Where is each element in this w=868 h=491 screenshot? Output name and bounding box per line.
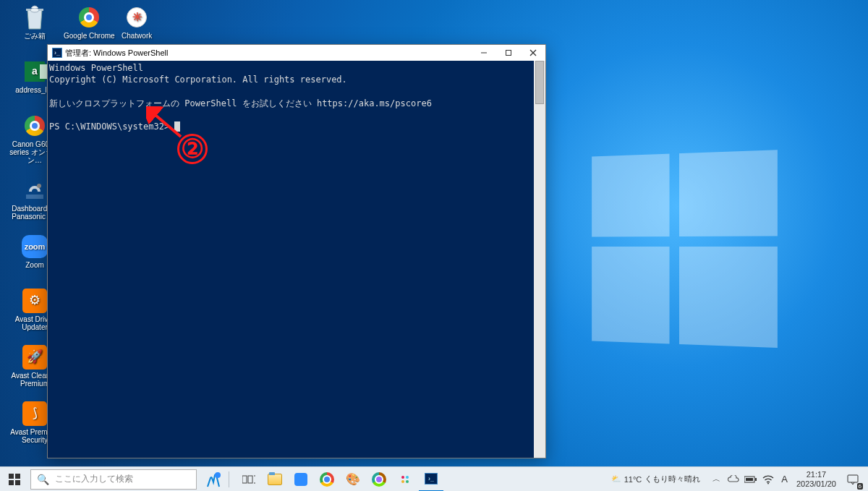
svg-point-0 <box>30 8 39 12</box>
taskbar-chrome[interactable] <box>315 467 339 492</box>
scrollbar-thumb[interactable] <box>535 61 544 104</box>
tray-wifi[interactable] <box>760 467 777 492</box>
svg-rect-25 <box>848 475 858 482</box>
tray-battery[interactable] <box>742 467 760 492</box>
desktop-icon-column-2: Google Chrome <box>64 3 115 44</box>
svg-rect-11 <box>15 480 20 485</box>
desktop-icon-recycle-bin[interactable]: ごみ箱 <box>6 3 64 44</box>
cortana-button[interactable] <box>201 467 226 492</box>
powershell-icon: ›_ <box>425 473 438 484</box>
annotation-number: ② <box>177 134 208 164</box>
svg-point-17 <box>401 476 404 479</box>
taskbar-separator <box>229 471 229 487</box>
clock[interactable]: 21:17 2023/01/20 <box>792 470 841 487</box>
weather-widget[interactable]: ⛅ 11°C くもり時々晴れ <box>604 467 708 491</box>
task-view-button[interactable] <box>237 467 261 492</box>
svg-rect-4 <box>506 51 511 56</box>
chrome-icon <box>320 472 334 487</box>
taskbar-slack[interactable] <box>393 467 417 492</box>
svg-rect-1 <box>26 195 43 199</box>
terminal-prompt: PS C:\WINDOWS\system32> <box>49 121 169 132</box>
window-titlebar[interactable]: ›_ 管理者: Windows PowerShell <box>48 45 545 61</box>
search-icon: 🔍 <box>37 474 49 485</box>
svg-point-2 <box>37 184 41 188</box>
excel-icon: a <box>22 59 48 85</box>
notification-count: 6 <box>857 483 863 490</box>
system-tray: ⛅ 11°C くもり時々晴れ ︿ A 21:17 2023/01/20 6 <box>604 467 868 491</box>
zoom-icon <box>294 473 307 486</box>
zoom-icon: zoom <box>22 234 48 260</box>
svg-rect-10 <box>9 480 14 485</box>
terminal-body[interactable]: Windows PowerShell Copyright (C) Microso… <box>48 61 534 458</box>
weather-text: くもり時々晴れ <box>644 474 700 484</box>
svg-point-18 <box>406 476 409 479</box>
terminal-line: 新しいクロスプラットフォームの PowerShell をお試しください http… <box>49 98 432 108</box>
terminal-line: Windows PowerShell <box>49 63 143 73</box>
maximize-button[interactable] <box>496 45 521 61</box>
chrome-canary-icon <box>372 472 386 487</box>
taskbar: 🔍 ここに入力して検索 🎨 ›_ ⛅ 11°C くもり時々晴れ ︿ <box>0 466 868 491</box>
taskbar-paint[interactable]: 🎨 <box>341 467 365 492</box>
avast-rocket-icon: 🚀 <box>22 344 48 370</box>
slack-icon <box>399 474 411 485</box>
search-placeholder: ここに入力して検索 <box>55 473 133 485</box>
taskbar-chrome-canary[interactable] <box>367 467 391 492</box>
powershell-icon: ›_ <box>52 48 62 58</box>
terminal-line: Copyright (C) Microsoft Corporation. All… <box>49 74 347 85</box>
powershell-window[interactable]: ›_ 管理者: Windows PowerShell Windows Power… <box>47 44 546 458</box>
svg-point-12 <box>215 472 221 478</box>
close-button[interactable] <box>521 45 545 61</box>
avast-gear-icon: ⚙ <box>22 288 48 314</box>
chatwork-icon: ✳ <box>124 4 150 30</box>
avast-shield-icon: ⟆ <box>22 401 48 427</box>
start-button[interactable] <box>0 467 29 492</box>
windows-logo-backdrop <box>592 150 775 344</box>
desktop-icon-label: ごみ箱 <box>24 32 46 40</box>
desktop-icon-chrome[interactable]: Google Chrome <box>64 3 115 44</box>
tray-overflow-button[interactable]: ︿ <box>707 467 725 492</box>
cortana-icon <box>203 469 224 490</box>
taskbar-explorer[interactable] <box>263 467 287 492</box>
task-icons-group: 🎨 ›_ <box>237 467 443 492</box>
svg-point-19 <box>401 480 404 483</box>
svg-rect-14 <box>248 476 252 483</box>
ime-indicator[interactable]: A <box>777 474 792 484</box>
clock-time: 21:17 <box>796 470 836 479</box>
search-input[interactable]: 🔍 ここに入力して検索 <box>30 469 197 490</box>
weather-icon: ⛅ <box>611 474 621 484</box>
trash-icon <box>22 4 48 30</box>
tray-onedrive[interactable] <box>725 467 742 492</box>
explorer-icon <box>268 474 282 485</box>
svg-point-20 <box>406 480 409 483</box>
svg-rect-13 <box>242 476 247 483</box>
desktop-icon-label: Google Chrome <box>64 32 115 40</box>
svg-point-24 <box>767 482 769 484</box>
scrollbar[interactable] <box>534 61 545 458</box>
desktop-icon-label: Zoom <box>25 261 44 269</box>
chrome-icon <box>76 4 102 30</box>
minimize-button[interactable] <box>472 45 496 61</box>
weather-temp: 11°C <box>624 475 642 484</box>
svg-rect-22 <box>755 478 757 481</box>
taskbar-zoom[interactable] <box>289 467 313 492</box>
paint-icon: 🎨 <box>346 472 360 486</box>
chrome-icon <box>22 113 48 139</box>
svg-rect-8 <box>9 474 14 479</box>
action-center-button[interactable]: 6 <box>841 467 865 492</box>
wrench-icon <box>22 177 48 203</box>
svg-rect-9 <box>15 474 20 479</box>
chevron-up-icon: ︿ <box>712 474 720 484</box>
clock-date: 2023/01/20 <box>796 479 836 488</box>
wifi-icon <box>762 474 774 484</box>
taskbar-powershell[interactable]: ›_ <box>419 467 443 492</box>
windows-icon <box>9 474 20 485</box>
battery-icon <box>744 476 757 483</box>
window-title: 管理者: Windows PowerShell <box>65 48 168 59</box>
onedrive-icon <box>728 475 739 484</box>
desktop-icon-column-3: ✳ Chatwork <box>122 3 152 44</box>
task-view-icon <box>242 474 255 484</box>
desktop-icon-label: Chatwork <box>122 32 152 40</box>
svg-rect-23 <box>746 478 753 481</box>
desktop-icon-chatwork[interactable]: ✳ Chatwork <box>122 3 152 44</box>
